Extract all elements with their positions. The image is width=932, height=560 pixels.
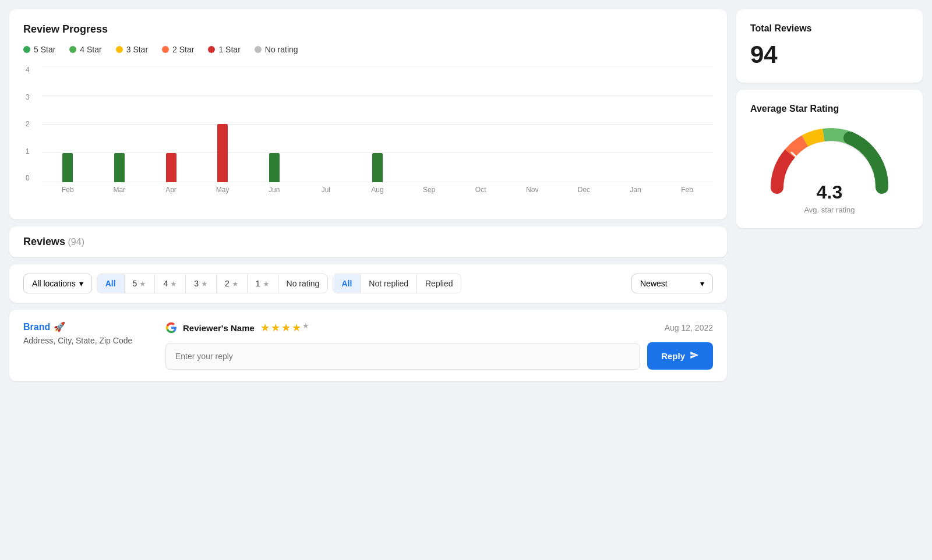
review-progress-title: Review Progress [23,23,713,36]
rating-filter-2[interactable]: 2★ [217,274,248,293]
reply-input[interactable] [165,343,640,370]
y-label: 3 [26,93,30,101]
chart-container: 43210 FebMarAprMayJunJulAugSepOctNovDecJ… [23,66,713,205]
reply-button[interactable]: Reply [647,342,713,370]
reviews-count: (94) [68,237,84,247]
star-icon: ★ [170,279,177,288]
legend-dot-5star [23,46,30,53]
total-reviews-number: 94 [750,41,909,69]
chart-wrapper: 43210 FebMarAprMayJunJulAugSepOctNovDecJ… [42,66,713,194]
star-icon: ★ [263,279,270,288]
reviews-header-card: Reviews (94) [9,226,727,257]
legend-label-5star: 5 Star [34,45,55,54]
rating-filter-3[interactable]: 3★ [186,274,217,293]
bar-group [248,66,300,182]
reviewer-name: Reviewer's Name [183,323,255,333]
filters-card: All locations ▾ All5★4★3★2★1★No rating A… [9,264,727,303]
gauge-sublabel: Avg. star rating [804,205,855,214]
reviews-title: Reviews (94) [23,236,713,248]
sort-chevron-icon: ▾ [700,279,704,288]
bar-green [269,153,280,182]
review-date: Aug 12, 2022 [665,323,713,332]
rating-number: 2 [225,279,230,288]
main-layout: Review Progress 5 Star 4 Star 3 Star 2 S… [9,9,923,381]
google-logo-icon [165,322,177,334]
rating-filter-1[interactable]: 1★ [248,274,278,293]
sort-dropdown[interactable]: Newest ▾ [631,274,713,293]
review-item-layout: Brand 🚀 Address, City, State, Zip Code [23,321,713,370]
reply-filter-label: Not replied [369,279,408,288]
bar-red [217,124,228,182]
brand-name: Brand 🚀 [23,321,151,332]
x-label: Jul [300,186,352,194]
bar-group [403,66,455,182]
bar-green [62,153,73,182]
reply-filter-group: AllNot repliedReplied [333,274,461,293]
reply-filter-replied[interactable]: Replied [417,274,461,293]
legend-dot-3star [116,46,123,53]
reply-row: Reply [165,342,713,370]
review-right: Reviewer's Name ★★★★★ Aug 12, 2022 Reply [165,321,713,370]
bar-group [455,66,507,182]
reply-filter-all[interactable]: All [333,274,361,293]
legend-label-4star: 4 Star [80,45,101,54]
reply-filter-not-replied[interactable]: Not replied [361,274,417,293]
rating-filter-4[interactable]: 4★ [155,274,186,293]
rating-number: 1 [256,279,260,288]
rating-number: 5 [133,279,137,288]
left-panel: Review Progress 5 Star 4 Star 3 Star 2 S… [9,9,727,381]
brand-address: Address, City, State, Zip Code [23,336,151,345]
bar-group [352,66,404,182]
bar-group [42,66,94,182]
rating-number: 3 [194,279,199,288]
avg-rating-label: Average Star Rating [750,104,909,114]
x-label: Feb [42,186,94,194]
legend-label-2star: 2 Star [172,45,194,54]
y-label: 1 [26,147,30,155]
bars-row [42,66,713,182]
legend-dot-4star [69,46,76,53]
legend-dot-norating [255,46,262,53]
bar-group [661,66,713,182]
y-axis: 43210 [26,66,30,182]
legend-item-5star: 5 Star [23,45,55,54]
legend-label-3star: 3 Star [126,45,148,54]
total-reviews-card: Total Reviews 94 [736,9,923,83]
x-label: Nov [506,186,558,194]
bar-group [558,66,610,182]
dropdown-chevron-icon: ▾ [79,279,83,288]
reply-filter-label: Replied [425,279,453,288]
filters-row: All locations ▾ All5★4★3★2★1★No rating A… [23,274,713,293]
gauge-number: 4.3 [817,182,842,203]
legend: 5 Star 4 Star 3 Star 2 Star 1 Star No ra… [23,45,713,54]
bar-green [372,153,383,182]
review-progress-card: Review Progress 5 Star 4 Star 3 Star 2 S… [9,9,727,219]
rating-label: All [105,279,116,288]
brand-emoji: 🚀 [54,321,65,332]
rating-number: 4 [163,279,168,288]
bar-green [114,153,125,182]
y-label: 4 [26,66,30,74]
star-5: ★ [302,321,309,334]
x-label: Apr [145,186,197,194]
rating-filter-no-rating[interactable]: No rating [278,274,328,293]
legend-item-1star: 1 Star [208,45,240,54]
x-label: Oct [455,186,507,194]
star-rating: ★★★★★ [260,321,309,334]
bar-group [506,66,558,182]
rating-filter-all[interactable]: All [97,274,125,293]
star-icon: ★ [232,279,239,288]
x-label: Mar [94,186,146,194]
y-label: 2 [26,120,30,128]
right-panel: Total Reviews 94 Average Star Rating [736,9,923,228]
x-label: Jun [248,186,300,194]
rating-filter-5[interactable]: 5★ [125,274,156,293]
legend-item-3star: 3 Star [116,45,148,54]
location-dropdown[interactable]: All locations ▾ [23,274,92,293]
x-label: May [197,186,249,194]
star-icon: ★ [139,279,146,288]
legend-label-norating: No rating [265,45,298,54]
location-label: All locations [32,279,76,288]
star-icon: ★ [201,279,208,288]
star-3: ★ [281,321,291,334]
